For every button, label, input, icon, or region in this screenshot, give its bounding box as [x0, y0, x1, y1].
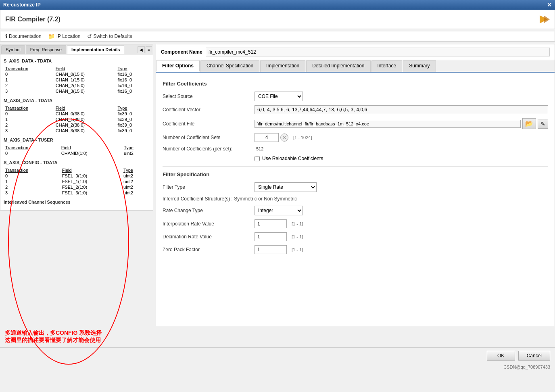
titlebar-title: Re-customize IP: [3, 2, 41, 8]
table-m-axis-tuser: Transaction Field Type 0CHANID(1:0)uint2: [4, 145, 150, 156]
table-row: 2FSEL_2(1:0)uint2: [4, 184, 150, 190]
num-coeff-sets-label: Number of Coefficient Sets: [163, 135, 251, 140]
table-row: 0CHAN_0(15:0)fix16_0: [4, 71, 150, 77]
close-button[interactable]: ✕: [547, 2, 552, 8]
section-m-axis-data-tdata: M_AXIS_DATA - TDATA: [4, 98, 150, 103]
content-area: Symbol Freq. Response Implementation Det…: [0, 44, 555, 326]
table-row: 3CHAN_3(15:0)fix16_0: [4, 88, 150, 94]
filter-coefficients-title: Filter Coefficients: [163, 81, 548, 87]
zero-pack-label: Zero Pack Factor: [163, 247, 251, 252]
inferred-structure-label: Inferred Coefficient Structure(s) : Symm…: [163, 196, 297, 202]
num-coefficients-value: 512: [256, 146, 263, 151]
tab-filter-options[interactable]: Filter Options: [156, 60, 200, 72]
table-row: 2CHAN_2(15:0)fix16_0: [4, 83, 150, 88]
filter-specification-title: Filter Specification: [163, 171, 548, 177]
watermark: CSDN@qq_708907433: [0, 364, 555, 370]
section-s-axis-config-tdata: S_AXIS_CONFIG - TDATA: [4, 160, 150, 165]
table-row: 2CHAN_2(38:0)fix39_0: [4, 122, 150, 128]
filter-type-row: Filter Type Single Rate Interpolated Dec…: [163, 182, 548, 192]
zero-pack-range: [1 - 1]: [292, 247, 303, 252]
component-name-input[interactable]: [206, 48, 550, 56]
watermark-text: CSDN@qq_708907433: [503, 365, 550, 369]
refresh-icon: ↺: [87, 33, 92, 40]
tab-menu-button[interactable]: ≡: [146, 46, 152, 53]
documentation-link[interactable]: ℹ Documentation: [5, 33, 42, 40]
select-source-dropdown[interactable]: COE File Vector: [255, 92, 303, 101]
filter-type-label: Filter Type: [163, 184, 251, 190]
col-transaction-4: Transaction: [4, 167, 61, 173]
section-s-axis-data-tdata: S_AXIS_DATA - TDATA: [4, 58, 150, 63]
section-m-axis-data-tuser: M_AXIS_DATA - TUSER: [4, 138, 150, 142]
section-divider: [163, 166, 548, 167]
app-title: FIR Compiler (7.2): [5, 16, 61, 23]
left-panel-wrapper: Symbol Freq. Response Implementation Det…: [0, 44, 153, 326]
ip-location-link[interactable]: 📁 IP Location: [48, 33, 81, 40]
decimation-rate-input[interactable]: [255, 232, 287, 241]
tab-freq-response[interactable]: Freq. Response: [26, 45, 66, 54]
num-coeff-sets-row: Number of Coefficient Sets ✕ [1 - 1024]: [163, 133, 548, 142]
num-coeff-sets-input[interactable]: [255, 133, 279, 142]
annotation-line2: 这圈里的描述要看懂要了解才能会使用: [5, 337, 550, 344]
tab-channel-specification[interactable]: Channel Specification: [200, 60, 259, 72]
decimation-rate-range: [1 - 1]: [292, 234, 303, 239]
right-content: Filter Coefficients Select Source COE Fi…: [156, 73, 555, 326]
file-edit-button[interactable]: ✎: [538, 119, 548, 129]
col-transaction-1: Transaction: [4, 66, 54, 71]
col-field-1: Field: [54, 66, 116, 71]
col-field-3: Field: [60, 145, 122, 150]
interpolation-rate-input[interactable]: [255, 219, 287, 228]
interpolation-rate-label: Interpolation Rate Value: [163, 221, 251, 227]
num-coeff-sets-range: [1 - 1024]: [293, 135, 312, 140]
tab-interface[interactable]: Interface: [371, 60, 403, 72]
toolbar: ℹ Documentation 📁 IP Location ↺ Switch t…: [0, 31, 555, 42]
component-name-label: Component Name: [161, 49, 202, 55]
annotation-line1: 多通道输入输出，多CONFIG 系数选择: [5, 329, 550, 337]
rate-change-label: Rate Change Type: [163, 208, 251, 213]
tab-implementation[interactable]: Implementation: [260, 60, 305, 72]
table-m-axis-tdata: Transaction Field Type 0CHAN_0(38:0)fix3…: [4, 105, 150, 133]
decimation-rate-label: Decimation Rate Value: [163, 234, 251, 240]
ip-location-label: IP Location: [56, 33, 81, 39]
ok-button[interactable]: OK: [487, 351, 515, 361]
coefficient-vector-input[interactable]: [255, 105, 548, 114]
select-source-label: Select Source: [163, 94, 251, 99]
table-s-axis-config-tdata: Transaction Field Type 0FSEL_0(1:0)uint2…: [4, 167, 150, 196]
right-panel: Component Name Filter Options Channel Sp…: [156, 44, 555, 326]
coefficient-file-input[interactable]: [255, 120, 521, 128]
use-reloadable-row: Use Reloadable Coefficients: [255, 156, 548, 161]
col-type-2: Type: [116, 105, 150, 111]
use-reloadable-checkbox[interactable]: [255, 156, 260, 161]
clear-num-coeff-button[interactable]: ✕: [280, 133, 288, 142]
tab-symbol[interactable]: Symbol: [1, 45, 25, 54]
num-coefficients-row: Number of Coefficients (per set): 512: [163, 146, 548, 152]
switch-defaults-link[interactable]: ↺ Switch to Defaults: [87, 33, 132, 40]
file-browse-button[interactable]: 📂: [522, 118, 536, 129]
decimation-rate-row: Decimation Rate Value [1 - 1]: [163, 232, 548, 241]
coefficient-vector-row: Coefficient Vector: [163, 105, 548, 114]
cancel-button[interactable]: Cancel: [518, 351, 550, 361]
table-row: 1CHAN_1(15:0)fix16_0: [4, 77, 150, 83]
tab-nav: ◀ ≡: [138, 46, 152, 53]
right-tabs: Filter Options Channel Specification Imp…: [156, 60, 555, 73]
coefficient-vector-label: Coefficient Vector: [163, 107, 251, 113]
app-header: FIR Compiler (7.2): [0, 10, 555, 29]
use-reloadable-label: Use Reloadable Coefficients: [262, 156, 323, 161]
table-row: 1CHAN_1(38:0)fix39_0: [4, 117, 150, 122]
tab-summary[interactable]: Summary: [403, 60, 436, 72]
table-s-axis-tdata: Transaction Field Type 0CHAN_0(15:0)fix1…: [4, 66, 150, 94]
left-content: S_AXIS_DATA - TDATA Transaction Field Ty…: [0, 55, 153, 210]
interpolation-rate-range: [1 - 1]: [292, 221, 303, 226]
filter-type-dropdown[interactable]: Single Rate Interpolated Decimated Hilbe…: [255, 182, 317, 192]
tab-prev-button[interactable]: ◀: [138, 46, 145, 53]
col-field-2: Field: [54, 105, 116, 111]
col-type-1: Type: [116, 66, 150, 71]
component-name-row: Component Name: [156, 44, 555, 60]
zero-pack-input[interactable]: [255, 245, 287, 254]
rate-change-row: Rate Change Type Integer Fixed Fractiona…: [163, 206, 548, 215]
rate-change-dropdown[interactable]: Integer Fixed Fractional: [255, 206, 303, 215]
col-transaction-2: Transaction: [4, 105, 54, 111]
select-source-row: Select Source COE File Vector: [163, 92, 548, 101]
tab-detailed-implementation[interactable]: Detailed Implementation: [306, 60, 370, 72]
tab-implementation-details[interactable]: Implementation Details: [67, 45, 124, 54]
table-row: 0FSEL_0(1:0)uint2: [4, 173, 150, 179]
